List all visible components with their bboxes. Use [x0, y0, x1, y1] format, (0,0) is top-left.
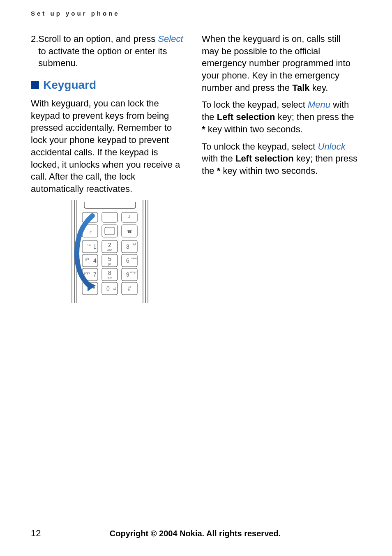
svg-text:3: 3: [126, 243, 129, 250]
content-area: 2. Scroll to an option, and press Select…: [31, 33, 360, 303]
text-fragment: Scroll to an option, and press: [38, 34, 158, 44]
bold-keyname: Left selection: [235, 153, 294, 164]
text-fragment: To unlock the keypad, select: [202, 141, 318, 152]
svg-rect-9: [105, 227, 115, 235]
text-fragment: key; then press the: [275, 112, 354, 122]
svg-text:┌: ┌: [88, 229, 92, 234]
svg-text:4: 4: [93, 257, 97, 264]
text-fragment: To lock the keypad, select: [202, 99, 308, 110]
svg-text:5: 5: [108, 256, 111, 262]
svg-text:pqrs: pqrs: [84, 272, 90, 275]
svg-text:o.o: o.o: [87, 244, 91, 247]
keypad-illustration: ⌐ — ┘ ┌ ☎ o.o 1 2 abc 3 def: [68, 200, 152, 303]
svg-text:8: 8: [108, 270, 111, 276]
right-column: When the keyguard is on, calls still may…: [202, 33, 360, 303]
svg-text:0: 0: [106, 285, 110, 292]
svg-text:⏎: ⏎: [113, 287, 116, 291]
text-fragment: key within two seconds.: [205, 124, 303, 134]
svg-text:7: 7: [93, 271, 97, 278]
copyright-text: Copyright © 2004 Nokia. All rights reser…: [55, 529, 360, 538]
page-number: 12: [31, 528, 55, 539]
paragraph: To unlock the keypad, select Unlock with…: [202, 141, 360, 177]
item-text: Scroll to an option, and press Select to…: [38, 33, 189, 69]
svg-rect-7: [102, 225, 118, 237]
svg-text:def: def: [132, 243, 136, 246]
left-column: 2. Scroll to an option, and press Select…: [31, 33, 189, 303]
bold-keyname: Talk: [292, 83, 309, 93]
paragraph: With keyguard, you can lock the keypad t…: [31, 97, 189, 195]
svg-text:1: 1: [93, 243, 97, 250]
text-fragment: key within two seconds.: [220, 166, 318, 176]
numbered-item: 2. Scroll to an option, and press Select…: [31, 33, 189, 69]
svg-text:#: #: [128, 285, 131, 292]
running-header: Set up your phone: [31, 10, 120, 17]
footer: 12 Copyright © 2004 Nokia. All rights re…: [31, 528, 360, 539]
svg-rect-27: [122, 254, 137, 267]
svg-text:┘: ┘: [127, 215, 131, 220]
text-fragment: When the keyguard is on, calls still may…: [202, 34, 350, 93]
text-fragment: key.: [310, 83, 328, 93]
bold-keyname: Left selection: [217, 112, 275, 122]
paragraph: To lock the keypad, select Menu with the…: [202, 99, 360, 135]
paragraph: When the keyguard is on, calls still may…: [202, 33, 360, 94]
svg-text:wxyz: wxyz: [130, 271, 137, 274]
svg-text:tuv: tuv: [108, 277, 112, 279]
unlock-link: Unlock: [318, 141, 346, 152]
bullet-square-icon: [31, 81, 39, 89]
svg-text:6: 6: [126, 257, 129, 264]
svg-rect-36: [122, 268, 137, 281]
menu-link: Menu: [308, 99, 330, 110]
item-number: 2.: [31, 33, 38, 69]
svg-text:☎: ☎: [127, 229, 132, 234]
svg-rect-18: [122, 240, 137, 253]
text-fragment: with the: [202, 153, 235, 164]
svg-text:2: 2: [108, 242, 111, 248]
svg-text:mno: mno: [131, 257, 137, 260]
section-title: Keyguard: [43, 78, 96, 92]
svg-text:9: 9: [126, 271, 129, 278]
bold-keyname: *: [202, 124, 205, 134]
text-fragment: to activate the option or enter its subm…: [38, 46, 167, 69]
select-link: Select: [158, 34, 183, 44]
svg-text:jkl: jkl: [108, 263, 111, 266]
svg-text:—: —: [108, 215, 112, 220]
svg-text:ghi: ghi: [85, 258, 89, 261]
section-heading: Keyguard: [31, 78, 189, 92]
bold-keyname: *: [217, 166, 221, 176]
svg-text:abc: abc: [107, 249, 112, 251]
